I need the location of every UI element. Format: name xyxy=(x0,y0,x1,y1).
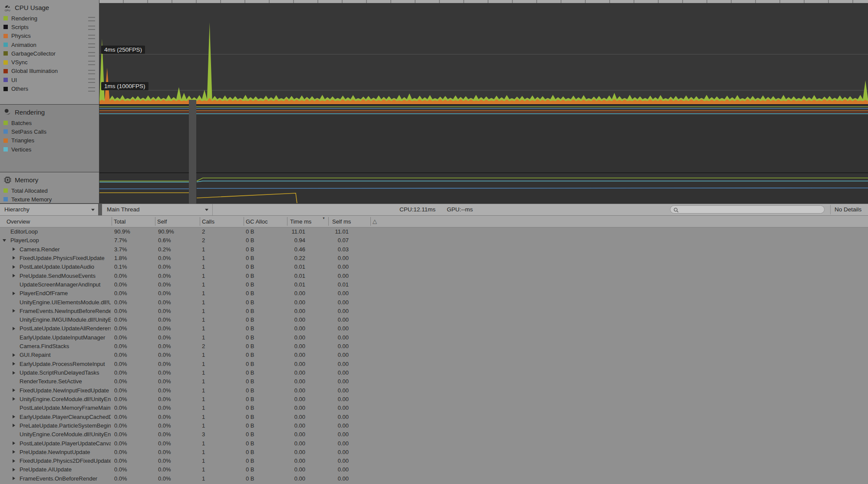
table-row[interactable]: EarlyUpdate.PlayerCleanupCachedData0.0%0… xyxy=(0,413,868,421)
column-separator[interactable] xyxy=(328,217,329,226)
expand-arrow-icon[interactable] xyxy=(13,468,15,471)
column-calls[interactable]: Calls xyxy=(202,218,215,225)
warning-triangle-icon[interactable]: △ xyxy=(373,218,377,224)
search-input[interactable] xyxy=(670,205,825,214)
module-header-memory[interactable]: Memory xyxy=(0,172,99,186)
table-row[interactable]: PostLateUpdate.UpdateAudio0.1%0.0%10 B0.… xyxy=(0,263,868,271)
table-row[interactable]: UnityEngine.UIElementsModule.dll!UnityEn… xyxy=(0,298,868,307)
expand-arrow-icon[interactable] xyxy=(13,274,15,277)
module-memory[interactable]: MemoryTotal AllocatedTexture Memory xyxy=(0,172,99,204)
table-row[interactable]: PostLateUpdate.UpdateAllRenderers0.0%0.0… xyxy=(0,324,868,333)
legend-item-others[interactable]: Others xyxy=(0,84,99,93)
table-row[interactable]: PreUpdate.SendMouseEvents0.0%0.0%10 B0.0… xyxy=(0,272,868,280)
expand-arrow-icon[interactable] xyxy=(13,415,15,418)
drag-handle-icon[interactable] xyxy=(88,79,95,83)
details-view-dropdown[interactable]: No Details xyxy=(835,204,861,215)
table-row[interactable]: PlayerEndOfFrame0.0%0.0%10 B0.000.00 xyxy=(0,289,868,298)
table-row[interactable]: PreUpdate.AIUpdate0.0%0.0%10 B0.000.00 xyxy=(0,465,868,474)
expand-arrow-icon[interactable] xyxy=(13,371,15,375)
legend-item-rendering[interactable]: Rendering xyxy=(0,14,99,23)
table-row[interactable]: FixedUpdate.NewInputFixedUpdate0.0%0.0%1… xyxy=(0,386,868,395)
expand-arrow-icon[interactable] xyxy=(13,441,15,445)
thread-dropdown[interactable]: Main Thread xyxy=(102,204,213,215)
expand-arrow-icon[interactable] xyxy=(13,292,15,295)
column-separator[interactable] xyxy=(370,217,371,226)
drag-handle-icon[interactable] xyxy=(88,52,95,56)
legend-item-vsync[interactable]: VSync xyxy=(0,58,99,66)
table-row[interactable]: PostLateUpdate.MemoryFrameMaintenance0.0… xyxy=(0,404,868,412)
expand-arrow-icon[interactable] xyxy=(13,309,15,313)
drag-handle-icon[interactable] xyxy=(88,43,95,48)
legend-item-global-illumination[interactable]: Global Illumination xyxy=(0,67,99,76)
table-row[interactable]: Camera.FindStacks0.0%0.0%20 B0.000.00 xyxy=(0,342,868,351)
table-row[interactable]: GUI.Repaint0.0%0.0%10 B0.000.00 xyxy=(0,351,868,359)
module-header-cpu[interactable]: CPUCPU Usage xyxy=(0,0,99,14)
drag-handle-icon[interactable] xyxy=(88,87,95,92)
module-header-rendering[interactable]: Rendering xyxy=(0,105,99,119)
collapse-arrow-icon[interactable] xyxy=(3,239,6,242)
legend-item-total-allocated[interactable]: Total Allocated xyxy=(0,186,99,195)
table-row[interactable]: Update.ScriptRunDelayedTasks0.0%0.0%10 B… xyxy=(0,369,868,377)
table-row[interactable]: FixedUpdate.PhysicsFixedUpdate1.8%0.0%10… xyxy=(0,254,868,263)
table-row[interactable]: EarlyUpdate.UpdateInputManager0.0%0.0%10… xyxy=(0,333,868,342)
expand-arrow-icon[interactable] xyxy=(13,256,15,260)
column-separator[interactable] xyxy=(244,217,244,226)
expand-arrow-icon[interactable] xyxy=(13,247,15,251)
legend-item-scripts[interactable]: Scripts xyxy=(0,23,99,31)
column-overview[interactable]: Overview xyxy=(7,218,30,225)
drag-handle-icon[interactable] xyxy=(88,26,95,30)
column-time-ms[interactable]: Time ms xyxy=(290,218,311,225)
table-row[interactable]: FrameEvents.OnBeforeRender0.0%0.0%10 B0.… xyxy=(0,474,868,483)
table-row[interactable]: RenderTexture.SetActive0.0%0.0%10 B0.000… xyxy=(0,377,868,386)
legend-item-ui[interactable]: UI xyxy=(0,76,99,84)
legend-item-vertices[interactable]: Vertices xyxy=(0,145,99,154)
drag-handle-icon[interactable] xyxy=(88,61,95,65)
drag-handle-icon[interactable] xyxy=(88,35,95,39)
legend-item-texture-memory[interactable]: Texture Memory xyxy=(0,195,99,204)
table-row[interactable]: EarlyUpdate.ProcessRemoteInput0.0%0.0%10… xyxy=(0,360,868,369)
legend-item-batches[interactable]: Batches xyxy=(0,119,99,127)
module-rendering[interactable]: RenderingBatchesSetPass CallsTrianglesVe… xyxy=(0,105,99,172)
table-row[interactable]: UpdateScreenManagerAndInput0.0%0.0%10 B0… xyxy=(0,280,868,289)
legend-item-animation[interactable]: Animation xyxy=(0,40,99,49)
table-row[interactable]: FixedUpdate.Physics2DFixedUpdate0.0%0.0%… xyxy=(0,457,868,465)
expand-arrow-icon[interactable] xyxy=(13,353,15,357)
table-row[interactable]: FrameEvents.NewInputBeforeRender0.0%0.0%… xyxy=(0,307,868,316)
table-row[interactable]: PlayerLoop7.7%0.6%20 B0.940.07 xyxy=(0,236,868,245)
view-mode-dropdown[interactable]: Hierarchy xyxy=(0,204,99,215)
expand-arrow-icon[interactable] xyxy=(13,362,15,365)
legend-item-setpass-calls[interactable]: SetPass Calls xyxy=(0,127,99,136)
expand-arrow-icon[interactable] xyxy=(13,459,15,463)
legend-item-triangles[interactable]: Triangles xyxy=(0,136,99,145)
column-separator[interactable] xyxy=(200,217,200,226)
table-row[interactable]: UnityEngine.CoreModule.dll!UnityEngine0.… xyxy=(0,430,868,439)
table-row[interactable]: EditorLoop90.9%90.9%20 B11.0111.01 xyxy=(0,227,868,236)
column-separator[interactable] xyxy=(155,217,155,226)
expand-arrow-icon[interactable] xyxy=(13,477,15,480)
column-separator[interactable] xyxy=(112,217,112,226)
legend-item-garbagecollector[interactable]: GarbageCollector xyxy=(0,49,99,58)
table-row[interactable]: PreLateUpdate.ParticleSystemBeginUpdateA… xyxy=(0,421,868,430)
expand-arrow-icon[interactable] xyxy=(13,450,15,454)
expand-arrow-icon[interactable] xyxy=(13,389,15,392)
cpu-rendering-memory-chart[interactable] xyxy=(99,0,868,204)
expand-arrow-icon[interactable] xyxy=(13,424,15,427)
table-row[interactable]: PreUpdate.NewInputUpdate0.0%0.0%10 B0.00… xyxy=(0,448,868,457)
column-separator[interactable] xyxy=(287,217,287,226)
column-self-ms[interactable]: Self ms xyxy=(332,218,351,225)
frame-tick-strip[interactable] xyxy=(99,0,868,3)
drag-handle-icon[interactable] xyxy=(88,70,95,74)
expand-arrow-icon[interactable] xyxy=(13,327,15,330)
table-row[interactable]: Camera.Render3.7%0.2%10 B0.460.03 xyxy=(0,245,868,254)
drag-handle-icon[interactable] xyxy=(88,17,95,21)
expand-arrow-icon[interactable] xyxy=(13,265,15,269)
column-total[interactable]: Total xyxy=(114,218,125,225)
profiler-charts[interactable]: 4ms (250FPS) 1ms (1000FPS) xyxy=(99,0,868,204)
expand-arrow-icon[interactable] xyxy=(13,397,15,401)
column-self[interactable]: Self xyxy=(157,218,167,225)
table-row[interactable]: PostLateUpdate.PlayerUpdateCanvases0.0%0… xyxy=(0,439,868,448)
table-row[interactable]: UnityEngine.IMGUIModule.dll!UnityEngine0… xyxy=(0,316,868,324)
table-row[interactable]: UnityEngine.CoreModule.dll!UnityEngine0.… xyxy=(0,395,868,404)
legend-item-physics[interactable]: Physics xyxy=(0,32,99,40)
module-cpu[interactable]: CPUCPU UsageRenderingScriptsPhysicsAnima… xyxy=(0,0,99,105)
